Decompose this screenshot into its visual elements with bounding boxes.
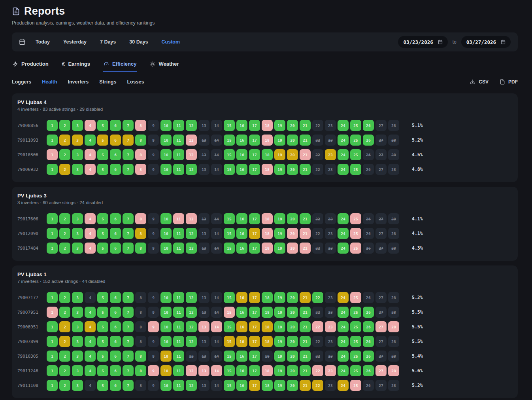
string-cell[interactable]: 27 bbox=[375, 365, 387, 376]
string-cell[interactable]: 25 bbox=[350, 321, 361, 332]
string-cell[interactable]: 7 bbox=[123, 228, 134, 239]
string-cell[interactable]: 27 bbox=[375, 307, 387, 318]
string-cell[interactable]: 16 bbox=[236, 351, 247, 362]
string-cell[interactable]: 8 bbox=[135, 149, 146, 160]
string-cell[interactable]: 12 bbox=[186, 228, 197, 239]
string-cell[interactable]: 22 bbox=[312, 228, 323, 239]
string-cell[interactable]: 5 bbox=[97, 164, 108, 175]
string-cell[interactable]: 22 bbox=[312, 307, 323, 318]
string-cell[interactable]: 15 bbox=[224, 149, 235, 160]
string-cell[interactable]: 2 bbox=[59, 228, 70, 239]
string-cell[interactable]: 21 bbox=[300, 307, 311, 318]
string-cell[interactable]: 27 bbox=[375, 228, 387, 239]
string-cell[interactable]: 15 bbox=[224, 336, 235, 347]
subtab-losses[interactable]: Losses bbox=[127, 79, 144, 85]
string-cell[interactable]: 24 bbox=[338, 135, 349, 146]
string-cell[interactable]: 22 bbox=[312, 351, 323, 362]
string-cell[interactable]: 22 bbox=[312, 149, 323, 160]
string-cell[interactable]: 23 bbox=[325, 120, 336, 131]
string-cell[interactable]: 19 bbox=[274, 228, 285, 239]
string-cell[interactable]: 17 bbox=[249, 120, 260, 131]
string-cell[interactable]: 16 bbox=[236, 292, 247, 303]
string-cell[interactable]: 25 bbox=[350, 164, 361, 175]
string-cell[interactable]: 4 bbox=[85, 149, 96, 160]
string-cell[interactable]: 12 bbox=[186, 336, 197, 347]
string-cell[interactable]: 13 bbox=[198, 380, 209, 391]
string-cell[interactable]: 26 bbox=[363, 380, 374, 391]
string-cell[interactable]: 8 bbox=[135, 228, 146, 239]
string-cell[interactable]: 28 bbox=[388, 365, 399, 376]
string-cell[interactable]: 27 bbox=[375, 336, 387, 347]
string-cell[interactable]: 12 bbox=[186, 149, 197, 160]
string-cell[interactable]: 21 bbox=[300, 213, 311, 224]
string-cell[interactable]: 3 bbox=[72, 149, 83, 160]
string-cell[interactable]: 26 bbox=[363, 120, 374, 131]
string-cell[interactable]: 9 bbox=[148, 351, 159, 362]
string-cell[interactable]: 6 bbox=[110, 321, 121, 332]
string-cell[interactable]: 27 bbox=[375, 380, 387, 391]
string-cell[interactable]: 9 bbox=[148, 336, 159, 347]
string-cell[interactable]: 4 bbox=[85, 336, 96, 347]
string-cell[interactable]: 20 bbox=[287, 149, 298, 160]
string-cell[interactable]: 12 bbox=[186, 135, 197, 146]
string-cell[interactable]: 18 bbox=[262, 336, 273, 347]
string-cell[interactable]: 23 bbox=[325, 243, 336, 254]
string-cell[interactable]: 15 bbox=[224, 164, 235, 175]
string-cell[interactable]: 1 bbox=[47, 228, 58, 239]
string-cell[interactable]: 26 bbox=[363, 213, 374, 224]
string-cell[interactable]: 10 bbox=[160, 149, 172, 160]
string-cell[interactable]: 1 bbox=[47, 149, 58, 160]
string-cell[interactable]: 5 bbox=[97, 380, 108, 391]
string-cell[interactable]: 27 bbox=[375, 135, 387, 146]
string-cell[interactable]: 25 bbox=[350, 243, 361, 254]
string-cell[interactable]: 17 bbox=[249, 307, 260, 318]
string-cell[interactable]: 27 bbox=[375, 351, 387, 362]
string-cell[interactable]: 23 bbox=[325, 380, 336, 391]
string-cell[interactable]: 16 bbox=[236, 135, 247, 146]
string-cell[interactable]: 20 bbox=[287, 243, 298, 254]
string-cell[interactable]: 26 bbox=[363, 228, 374, 239]
string-cell[interactable]: 15 bbox=[224, 321, 235, 332]
string-cell[interactable]: 10 bbox=[160, 228, 172, 239]
string-cell[interactable]: 11 bbox=[173, 292, 184, 303]
string-cell[interactable]: 10 bbox=[160, 365, 172, 376]
string-cell[interactable]: 15 bbox=[224, 292, 235, 303]
string-cell[interactable]: 6 bbox=[110, 135, 121, 146]
tab-efficiency[interactable]: Efficiency bbox=[103, 61, 137, 72]
string-cell[interactable]: 14 bbox=[211, 243, 222, 254]
string-cell[interactable]: 24 bbox=[338, 365, 349, 376]
string-cell[interactable]: 11 bbox=[173, 135, 184, 146]
string-cell[interactable]: 25 bbox=[350, 135, 361, 146]
string-cell[interactable]: 21 bbox=[300, 164, 311, 175]
string-cell[interactable]: 18 bbox=[262, 292, 273, 303]
string-cell[interactable]: 3 bbox=[72, 336, 83, 347]
string-cell[interactable]: 8 bbox=[135, 243, 146, 254]
string-cell[interactable]: 27 bbox=[375, 321, 387, 332]
string-cell[interactable]: 26 bbox=[363, 307, 374, 318]
string-cell[interactable]: 4 bbox=[85, 120, 96, 131]
string-cell[interactable]: 9 bbox=[148, 135, 159, 146]
string-cell[interactable]: 24 bbox=[338, 351, 349, 362]
export-csv-button[interactable]: CSV bbox=[470, 79, 489, 85]
string-cell[interactable]: 27 bbox=[375, 164, 387, 175]
string-cell[interactable]: 25 bbox=[350, 228, 361, 239]
string-cell[interactable]: 28 bbox=[388, 213, 399, 224]
string-cell[interactable]: 5 bbox=[97, 243, 108, 254]
string-cell[interactable]: 21 bbox=[300, 120, 311, 131]
string-cell[interactable]: 14 bbox=[211, 321, 222, 332]
string-cell[interactable]: 7 bbox=[123, 336, 134, 347]
string-cell[interactable]: 6 bbox=[110, 213, 121, 224]
string-cell[interactable]: 13 bbox=[198, 365, 209, 376]
string-cell[interactable]: 4 bbox=[85, 321, 96, 332]
string-cell[interactable]: 15 bbox=[224, 380, 235, 391]
string-cell[interactable]: 28 bbox=[388, 228, 399, 239]
string-cell[interactable]: 28 bbox=[388, 307, 399, 318]
string-cell[interactable]: 5 bbox=[97, 135, 108, 146]
string-cell[interactable]: 3 bbox=[72, 292, 83, 303]
string-cell[interactable]: 1 bbox=[47, 365, 58, 376]
string-cell[interactable]: 21 bbox=[300, 228, 311, 239]
string-cell[interactable]: 16 bbox=[236, 243, 247, 254]
string-cell[interactable]: 17 bbox=[249, 213, 260, 224]
string-cell[interactable]: 9 bbox=[148, 149, 159, 160]
string-cell[interactable]: 16 bbox=[236, 380, 247, 391]
